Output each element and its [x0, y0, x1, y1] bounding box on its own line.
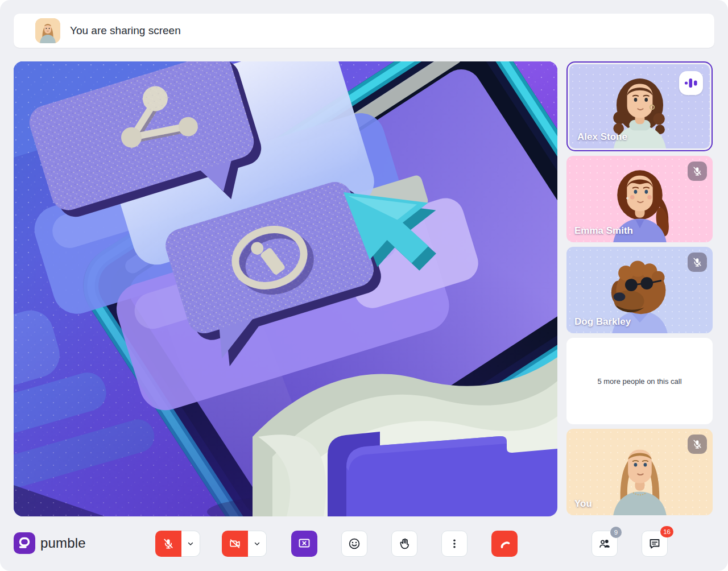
- people-icon: [598, 537, 611, 551]
- mic-off-icon: [692, 256, 703, 268]
- muted-indicator: [688, 162, 707, 181]
- mic-off-icon: [692, 165, 703, 177]
- participant-name: Emma Smith: [574, 225, 633, 237]
- chat-count-badge: 16: [660, 526, 673, 537]
- call-toolbar: pumble: [0, 516, 728, 571]
- audio-waveform-icon: [684, 76, 698, 90]
- chat-icon: [648, 537, 661, 551]
- brand-name: pumble: [40, 535, 86, 551]
- participant-name: Alex Stone: [577, 131, 627, 143]
- mic-off-icon: [162, 537, 175, 550]
- mic-off-icon: [692, 438, 703, 450]
- camera-off-icon: [229, 537, 241, 550]
- stop-screen-share-button[interactable]: [291, 531, 317, 557]
- muted-indicator: [688, 253, 707, 272]
- participants-sidebar: Alex Stone: [566, 61, 713, 515]
- shared-screen-illustration: [14, 61, 557, 516]
- end-call-icon: [497, 536, 512, 551]
- chevron-down-icon: [187, 540, 195, 548]
- chevron-down-icon: [253, 540, 261, 548]
- reactions-button[interactable]: [341, 531, 367, 557]
- participant-tile-you[interactable]: You: [566, 429, 713, 515]
- participants-button[interactable]: 9: [592, 531, 618, 557]
- microphone-toggle-button[interactable]: [155, 531, 181, 557]
- banner-text: You are sharing screen: [70, 24, 181, 37]
- screen-sharing-banner: You are sharing screen: [14, 14, 714, 48]
- overflow-participants-tile[interactable]: 5 more people on this call: [566, 338, 713, 424]
- pumble-brand: pumble: [14, 532, 86, 554]
- shared-screen-view: [14, 61, 557, 516]
- overflow-participants-text: 5 more people on this call: [597, 377, 681, 386]
- microphone-options-dropdown[interactable]: [181, 531, 200, 557]
- camera-toggle-button[interactable]: [222, 531, 248, 557]
- stop-screen-share-icon: [297, 537, 311, 551]
- participant-tile-dog-barkley[interactable]: Dog Barkley: [566, 247, 713, 333]
- participant-tile-alex-stone[interactable]: Alex Stone: [566, 61, 713, 151]
- emoji-icon: [348, 537, 361, 551]
- hand-icon: [398, 537, 411, 551]
- kebab-menu-icon: [448, 537, 461, 551]
- pumble-logo-icon: [14, 532, 35, 554]
- leave-call-button[interactable]: [491, 531, 518, 557]
- participant-name: Dog Barkley: [574, 316, 631, 328]
- participants-count-badge: 9: [610, 527, 622, 538]
- muted-indicator: [688, 435, 707, 454]
- camera-options-dropdown[interactable]: [248, 531, 267, 557]
- raise-hand-button[interactable]: [391, 531, 417, 557]
- speaking-indicator: [679, 71, 703, 95]
- microphone-split-button: [155, 531, 200, 557]
- call-window: You are sharing screen: [0, 0, 728, 571]
- more-options-button[interactable]: [441, 531, 468, 557]
- participant-tile-emma-smith[interactable]: Emma Smith: [566, 156, 713, 242]
- avatar-you-small: [35, 18, 60, 43]
- avatar-you: [592, 437, 688, 515]
- camera-split-button: [222, 531, 267, 557]
- participant-name: You: [574, 498, 592, 510]
- chat-button[interactable]: 16: [642, 531, 668, 557]
